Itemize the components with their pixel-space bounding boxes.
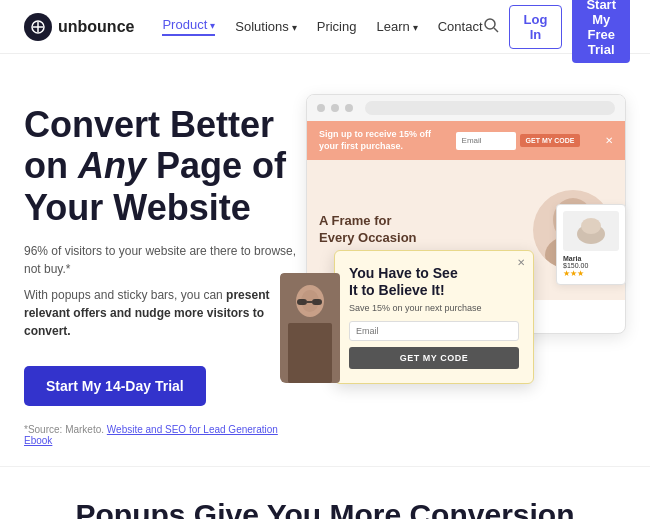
svg-point-15 [581, 218, 601, 234]
section-bottom-title: Popups Give You More Conversion [24, 497, 626, 519]
mock-popup: ✕ You Have to SeeIt to Believe It! Save … [334, 250, 534, 384]
chevron-icon [413, 19, 418, 34]
popup-email-input[interactable] [349, 321, 519, 341]
section-bottom: Popups Give You More Conversion [0, 466, 650, 519]
nav-links: Product Solutions Pricing Learn Contact [162, 17, 482, 36]
mock-product-card: Maria $150.00 ★★★ [556, 204, 626, 285]
hero-footnote: *Source: Marketo. Website and SEO for Le… [24, 424, 304, 446]
hero-subtext-1: 96% of visitors to your website are ther… [24, 242, 304, 278]
browser-dot [345, 104, 353, 112]
hero-subtext-2: With popups and sticky bars, you can pre… [24, 286, 304, 340]
nav-link-contact[interactable]: Contact [438, 19, 483, 34]
product-card-image [563, 211, 619, 251]
banner-close-icon[interactable]: ✕ [605, 135, 613, 146]
browser-dot [317, 104, 325, 112]
svg-rect-12 [312, 299, 322, 305]
logo-text: unbounce [58, 18, 134, 36]
popup-cta-button[interactable]: GET MY CODE [349, 347, 519, 369]
nav-link-learn[interactable]: Learn [376, 19, 417, 34]
search-icon[interactable] [483, 17, 499, 37]
nav-link-pricing[interactable]: Pricing [317, 19, 357, 34]
hero-left: Convert Better on Any Page of Your Websi… [24, 94, 304, 446]
mock-banner: Sign up to receive 15% offyour first pur… [307, 121, 625, 160]
svg-point-3 [485, 19, 495, 29]
hero-section: Convert Better on Any Page of Your Websi… [0, 54, 650, 466]
popup-subtitle: Save 15% on your next purchase [349, 303, 519, 313]
chevron-icon [292, 19, 297, 34]
browser-bar [307, 95, 625, 121]
banner-text: Sign up to receive 15% offyour first pur… [319, 129, 431, 152]
popup-close-icon[interactable]: ✕ [517, 257, 525, 268]
svg-rect-10 [288, 323, 332, 383]
start-trial-nav-button[interactable]: Start My Free Trial [572, 0, 630, 63]
nav-link-product[interactable]: Product [162, 17, 215, 36]
svg-line-4 [494, 28, 498, 32]
mock-page-title: A Frame forEvery Occasion [319, 213, 439, 247]
svg-rect-11 [297, 299, 307, 305]
start-trial-button[interactable]: Start My 14-Day Trial [24, 366, 206, 406]
browser-dot [331, 104, 339, 112]
logo-icon [24, 13, 52, 41]
product-price: $150.00 [563, 262, 619, 269]
nav-actions: Log In Start My Free Trial [483, 0, 630, 63]
nav-link-solutions[interactable]: Solutions [235, 19, 296, 34]
popup-person-image [280, 273, 340, 383]
banner-email-input[interactable] [456, 132, 516, 150]
popup-content: You Have to SeeIt to Believe It! Save 15… [349, 265, 519, 369]
hero-title: Convert Better on Any Page of Your Websi… [24, 104, 304, 228]
navbar: unbounce Product Solutions Pricing Learn… [0, 0, 650, 54]
product-stars: ★★★ [563, 269, 619, 278]
popup-title: You Have to SeeIt to Believe It! [349, 265, 519, 299]
banner-form: GET MY CODE [456, 132, 581, 150]
hero-right: Sign up to receive 15% offyour first pur… [324, 94, 626, 394]
login-button[interactable]: Log In [509, 5, 563, 49]
product-name: Maria [563, 255, 619, 262]
chevron-icon [210, 17, 215, 32]
browser-url-bar [365, 101, 615, 115]
logo[interactable]: unbounce [24, 13, 134, 41]
banner-cta-button[interactable]: GET MY CODE [520, 134, 581, 147]
